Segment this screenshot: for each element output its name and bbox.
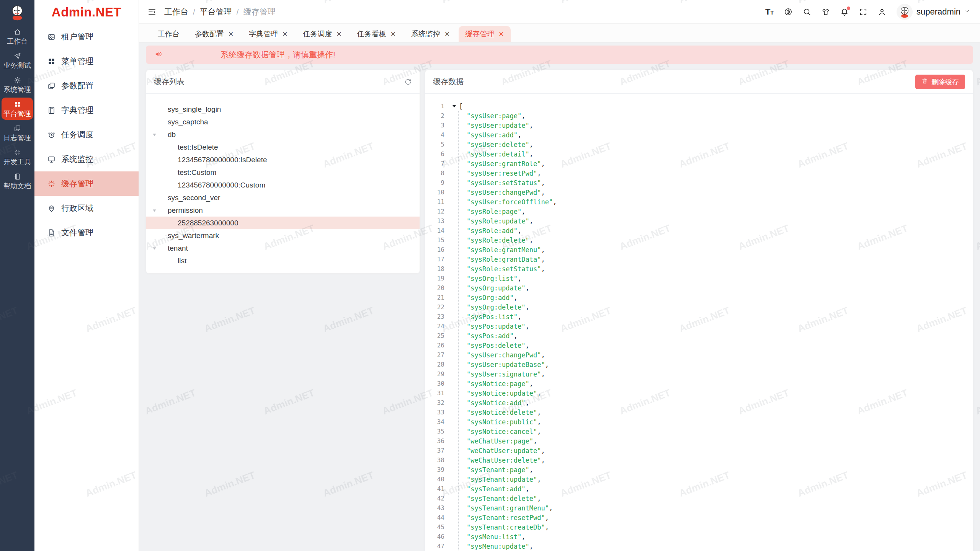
tab-close-icon[interactable]: ✕ <box>390 31 396 37</box>
font-size-icon[interactable]: TT <box>765 8 774 16</box>
code-line: 10"sysUser:changePwd", <box>425 187 973 197</box>
code-line: 30"sysNotice:page", <box>425 379 973 388</box>
tab-close-icon[interactable]: ✕ <box>336 31 342 37</box>
fullscreen-icon[interactable] <box>859 8 867 16</box>
tree-node-label: permission <box>168 206 203 215</box>
chip-icon <box>14 149 21 156</box>
json-string: "weChatUser:update" <box>467 447 541 455</box>
sidebar-item-params[interactable]: 参数配置 <box>34 73 139 98</box>
json-string: "sysUser:signature" <box>467 370 541 378</box>
tab-close-icon[interactable]: ✕ <box>498 31 504 37</box>
theme-icon[interactable] <box>822 8 830 16</box>
breadcrumb-item[interactable]: 工作台 <box>164 7 188 17</box>
rail-item-gear[interactable]: 系统管理 <box>2 73 33 96</box>
code-line: 25"sysPos:add", <box>425 331 973 341</box>
rail-item-book[interactable]: 帮助文档 <box>2 170 33 192</box>
refresh-icon[interactable] <box>404 78 412 86</box>
line-number: 2 <box>425 112 444 119</box>
breadcrumb-separator: / <box>237 7 239 16</box>
tree-leaf[interactable]: list <box>146 254 420 267</box>
line-number: 5 <box>425 141 444 148</box>
tree-leaf[interactable]: sys_second_ver <box>146 191 420 204</box>
rail-item-home[interactable]: 工作台 <box>2 25 33 47</box>
sidebar-item-monitor[interactable]: 系统监控 <box>34 147 139 171</box>
sidebar-item-region[interactable]: 行政区域 <box>34 196 139 220</box>
line-number: 10 <box>425 189 444 196</box>
tab-item[interactable]: 工作台 <box>151 26 186 42</box>
breadcrumb-item: 缓存管理 <box>243 7 276 17</box>
tab-close-icon[interactable]: ✕ <box>444 31 450 37</box>
tab-item[interactable]: 任务调度✕ <box>297 26 348 42</box>
language-icon[interactable] <box>784 8 792 16</box>
rail-item-label: 平台管理 <box>3 110 31 117</box>
tree-node-label: sys_second_ver <box>168 194 220 202</box>
code-line: 23"sysPos:list", <box>425 312 973 321</box>
rail-item-label: 帮助文档 <box>3 183 31 189</box>
tree-leaf[interactable]: 252885263000000 <box>146 217 420 229</box>
line-number: 25 <box>425 332 444 339</box>
caret-down-icon[interactable] <box>152 246 157 250</box>
tree-leaf[interactable]: test:Custom <box>146 166 420 179</box>
notification-icon[interactable] <box>840 8 849 16</box>
tab-item[interactable]: 字典管理✕ <box>242 26 294 42</box>
profile-icon[interactable] <box>878 8 886 16</box>
rail-item-logs[interactable]: 日志管理 <box>2 122 33 144</box>
tree-leaf[interactable]: 123456780000000:IsDelete <box>146 153 420 166</box>
tree-leaf[interactable]: sys_captcha <box>146 116 420 128</box>
json-string: "sysUser:setStatus" <box>467 179 541 187</box>
code-line: 37"weChatUser:update", <box>425 446 973 455</box>
tree-leaf[interactable]: 123456780000000:Custom <box>146 179 420 191</box>
sidebar-item-menu-grid[interactable]: 菜单管理 <box>34 49 139 73</box>
tab-item[interactable]: 参数配置✕ <box>188 26 240 42</box>
line-number: 37 <box>425 447 444 454</box>
comma: , <box>537 476 541 483</box>
user-menu[interactable]: superadmin <box>897 4 970 20</box>
app-logo-avatar[interactable] <box>0 0 34 24</box>
tree-node-label: sys_single_login <box>168 105 221 114</box>
line-number: 17 <box>425 256 444 263</box>
caret-down-icon[interactable] <box>152 208 157 212</box>
sidebar-item-file[interactable]: 文件管理 <box>34 220 139 245</box>
sidebar-item-tenant[interactable]: 租户管理 <box>34 24 139 49</box>
menu-fold-icon[interactable] <box>147 7 157 16</box>
sidebar-item-cache[interactable]: 缓存管理 <box>34 171 139 196</box>
line-number: 4 <box>425 131 444 139</box>
sidebar-item-dict[interactable]: 字典管理 <box>34 98 139 122</box>
json-viewer[interactable]: 1[2"sysUser:page",3"sysUser:update",4"sy… <box>425 94 973 551</box>
home-icon <box>14 28 21 36</box>
line-number: 14 <box>425 227 444 234</box>
tree-node[interactable]: db <box>146 128 420 141</box>
tab-item[interactable]: 缓存管理✕ <box>459 26 510 42</box>
tree-leaf[interactable]: sys_single_login <box>146 103 420 116</box>
tree-node-label: db <box>168 130 176 139</box>
panels-row: 缓存列表 sys_single_loginsys_captchadbtest:I… <box>146 70 973 551</box>
comma: , <box>529 543 533 550</box>
delete-cache-button[interactable]: 删除缓存 <box>915 75 965 89</box>
json-string: "sysTenant:grantMenu" <box>467 504 549 512</box>
json-string: "sysTenant:delete" <box>467 495 537 502</box>
comma: , <box>541 246 545 254</box>
tree-leaf[interactable]: test:IsDelete <box>146 141 420 153</box>
sidebar-item-alarm[interactable]: 任务调度 <box>34 122 139 147</box>
rail-item-send[interactable]: 业务测试 <box>2 49 33 72</box>
rail-item-chip[interactable]: 开发工具 <box>2 146 33 168</box>
line-number: 29 <box>425 370 444 378</box>
breadcrumb-item[interactable]: 平台管理 <box>200 7 232 17</box>
search-icon[interactable] <box>803 8 811 16</box>
comma: , <box>537 428 541 435</box>
tree-leaf[interactable]: sys_wartermark <box>146 229 420 242</box>
tab-close-icon[interactable]: ✕ <box>228 31 234 37</box>
tab-item[interactable]: 系统监控✕ <box>405 26 456 42</box>
caret-down-icon[interactable] <box>152 132 157 137</box>
code-line: 33"sysNotice:delete", <box>425 408 973 417</box>
tab-close-icon[interactable]: ✕ <box>282 31 287 37</box>
tree-node[interactable]: permission <box>146 204 420 217</box>
tab-item[interactable]: 任务看板✕ <box>351 26 402 42</box>
tree-node-label: test:Custom <box>178 168 216 177</box>
rail-item-grid[interactable]: 平台管理 <box>2 98 33 120</box>
tree-node-label: 123456780000000:Custom <box>178 181 265 189</box>
fold-arrow-icon[interactable] <box>449 104 459 108</box>
code-line: 40"sysTenant:update", <box>425 474 973 484</box>
json-string: "sysUser:resetPwd" <box>467 170 537 177</box>
tree-node[interactable]: tenant <box>146 242 420 254</box>
